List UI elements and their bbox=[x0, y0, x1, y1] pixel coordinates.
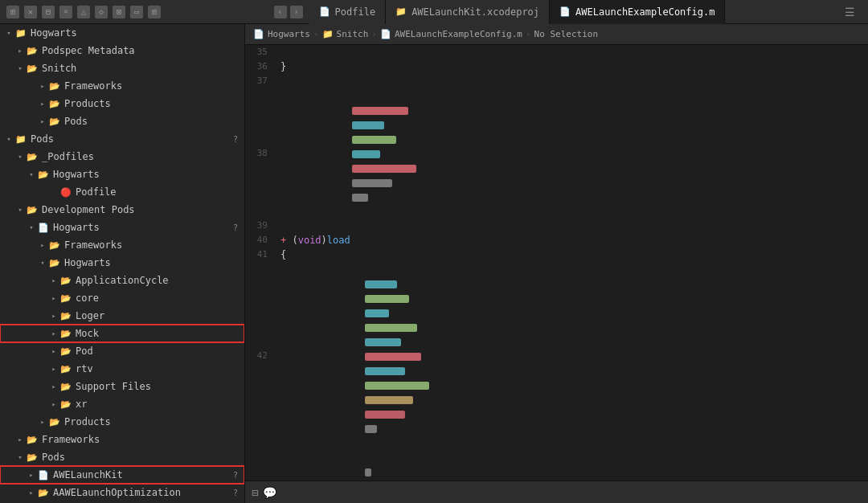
breadcrumb-snitch[interactable]: Snitch bbox=[337, 29, 369, 39]
code-view[interactable]: 35 36 } 37 38 bbox=[245, 45, 868, 481]
breadcrumb-hogwarts[interactable]: Hogwarts bbox=[268, 29, 310, 39]
bottom-bar: ⊟ 💬 bbox=[245, 481, 868, 503]
sidebar-item-core[interactable]: 📂 core bbox=[0, 289, 244, 307]
code-line-39: 39 bbox=[245, 219, 868, 233]
sidebar: 📁 Hogwarts 📂 Podspec Metadata 📂 Snitch 📂… bbox=[0, 24, 245, 503]
sidebar-item-products-2[interactable]: 📂 Products bbox=[0, 413, 244, 431]
grid-icon[interactable]: ⊞ bbox=[148, 6, 161, 18]
sidebar-item-app-cycle[interactable]: 📂 ApplicationCycle bbox=[0, 272, 244, 289]
sidebar-item-snitch[interactable]: 📂 Snitch bbox=[0, 59, 244, 77]
folder-icon-pod: 📂 bbox=[59, 345, 72, 358]
search-icon[interactable]: ⌕ bbox=[59, 6, 72, 18]
breadcrumb-selection: No Selection bbox=[534, 29, 598, 39]
folder-blue-icon: 📁 bbox=[14, 27, 27, 39]
label-products-2: Products bbox=[64, 416, 238, 427]
sidebar-item-hogwarts-root[interactable]: 📁 Hogwarts bbox=[0, 24, 244, 42]
sidebar-item-pods-2[interactable]: 📂 Pods bbox=[0, 448, 244, 466]
label-awelaunchopt: AAWELaunchOptimization bbox=[53, 487, 230, 498]
sidebar-item-pods-root[interactable]: 📁 Pods ? bbox=[0, 130, 244, 148]
split-icon[interactable]: ⊟ bbox=[252, 486, 258, 499]
label-xr: xr bbox=[76, 399, 238, 410]
sidebar-item-hogwarts-2[interactable]: 📂 Hogwarts bbox=[0, 166, 244, 183]
breadcrumb-config[interactable]: AWELaunchExampleConfig.m bbox=[395, 29, 522, 39]
badge-pods-root: ? bbox=[233, 135, 238, 144]
sidebar-item-frameworks-2[interactable]: 📂 Frameworks bbox=[0, 236, 244, 254]
arrow-pods-root bbox=[3, 133, 14, 145]
sidebar-item-podfiles[interactable]: 📂 _Podfiles bbox=[0, 148, 244, 166]
label-pod: Pod bbox=[76, 346, 238, 357]
folder-icon-fw1: 📂 bbox=[48, 80, 61, 92]
label-core: core bbox=[76, 292, 238, 304]
sidebar-item-awelaunchkit[interactable]: 📄 AWELaunchKit ? bbox=[0, 466, 244, 484]
lock-icon[interactable]: ⊠ bbox=[113, 6, 125, 18]
code-line-37: 37 bbox=[245, 74, 868, 88]
sidebar-item-pods-1[interactable]: 📂 Pods bbox=[0, 112, 244, 130]
settings-icon[interactable]: ⊟ bbox=[42, 6, 55, 18]
label-awelaunchkit: AWELaunchKit bbox=[53, 469, 230, 481]
code-line-35: 35 bbox=[245, 45, 868, 59]
menu-icon[interactable]: ☰ bbox=[845, 6, 855, 18]
tab-podfile[interactable]: 📄 Podfile bbox=[309, 0, 387, 24]
sidebar-item-products-1[interactable]: 📂 Products bbox=[0, 95, 244, 112]
tab-xcodeproj-label: AWELaunchKit.xcodeproj bbox=[411, 6, 539, 18]
nav-icon[interactable]: ◇ bbox=[95, 6, 108, 18]
label-app-cycle: ApplicationCycle bbox=[76, 275, 238, 286]
arrow-hogwarts4 bbox=[37, 257, 48, 268]
breadcrumb-bar: 📄 Hogwarts › 📁 Snitch › 📄 AWELaunchExamp… bbox=[245, 24, 868, 45]
label-snitch: Snitch bbox=[42, 63, 238, 74]
label-podspec: Podspec Metadata bbox=[42, 45, 238, 56]
label-dev-pods: Development Pods bbox=[42, 204, 238, 215]
tabs-bar: 📄 Podfile 📁 AWELaunchKit.xcodeproj 📄 AWE… bbox=[309, 0, 726, 24]
sidebar-item-mock[interactable]: 📂 Mock bbox=[0, 325, 244, 342]
badge-hogwarts3: ? bbox=[233, 223, 238, 232]
sidebar-item-rtv[interactable]: 📂 rtv bbox=[0, 360, 244, 378]
comment-bottom-icon[interactable]: 💬 bbox=[263, 486, 276, 499]
folder-icon[interactable]: ⊞ bbox=[6, 6, 19, 18]
tab-config[interactable]: 📄 AWELaunchExampleConfig.m bbox=[550, 0, 725, 24]
toolbar-right: ☰ bbox=[838, 6, 862, 18]
sidebar-item-frameworks-1[interactable]: 📂 Frameworks bbox=[0, 77, 244, 95]
main-area: 📁 Hogwarts 📂 Podspec Metadata 📂 Snitch 📂… bbox=[0, 24, 868, 503]
sidebar-item-podfile-file[interactable]: 🔴 Podfile bbox=[0, 183, 244, 201]
label-pods-2: Pods bbox=[42, 452, 238, 463]
sidebar-item-hogwarts-3[interactable]: 📄 Hogwarts ? bbox=[0, 219, 244, 236]
label-podfiles: _Podfiles bbox=[42, 151, 238, 162]
file-blue-icon-h3: 📄 bbox=[37, 221, 50, 234]
arrow-mock bbox=[48, 328, 59, 339]
label-frameworks-3: Frameworks bbox=[42, 434, 238, 445]
label-mock: Mock bbox=[76, 328, 238, 339]
arrow-snitch bbox=[14, 63, 26, 74]
sidebar-item-awelaunchopt[interactable]: 📂 AAWELaunchOptimization ? bbox=[0, 484, 244, 501]
folder-icon-aweopt: 📂 bbox=[37, 486, 50, 499]
arrow-core bbox=[48, 292, 59, 304]
tab-xcodeproj[interactable]: 📁 AWELaunchKit.xcodeproj bbox=[386, 0, 550, 24]
sidebar-item-dev-pods[interactable]: 📂 Development Pods bbox=[0, 201, 244, 219]
close-icon[interactable]: ✕ bbox=[24, 6, 37, 18]
folder-icon-products2: 📂 bbox=[48, 415, 61, 428]
arrow-products1 bbox=[37, 98, 48, 109]
sidebar-item-pod[interactable]: 📂 Pod bbox=[0, 342, 244, 360]
arrow-hogwarts2 bbox=[26, 169, 37, 180]
arrow-products2 bbox=[37, 416, 48, 427]
sidebar-item-podspec[interactable]: 📂 Podspec Metadata bbox=[0, 42, 244, 59]
folder-icon-xr: 📂 bbox=[59, 398, 72, 411]
breadcrumb-icon: 📄 bbox=[253, 29, 264, 39]
config-tab-icon: 📄 bbox=[559, 6, 571, 17]
editor-area: 📄 Hogwarts › 📁 Snitch › 📄 AWELaunchExamp… bbox=[245, 24, 868, 503]
forward-icon[interactable]: › bbox=[290, 6, 303, 18]
sidebar-item-xr[interactable]: 📂 xr bbox=[0, 395, 244, 413]
arrow-awelaunchopt bbox=[26, 487, 37, 498]
back-icon[interactable]: ‹ bbox=[274, 6, 287, 18]
label-products-1: Products bbox=[64, 98, 238, 109]
folder-icon-core: 📂 bbox=[59, 292, 72, 305]
comment-icon[interactable]: ▭ bbox=[130, 6, 143, 18]
sidebar-item-frameworks-3[interactable]: 📂 Frameworks bbox=[0, 431, 244, 448]
arrow-podfile-file bbox=[48, 186, 59, 198]
sidebar-item-hogwarts-4[interactable]: 📂 Hogwarts bbox=[0, 254, 244, 272]
warn-icon[interactable]: △ bbox=[77, 6, 90, 18]
sidebar-item-loger[interactable]: 📂 Loger bbox=[0, 307, 244, 325]
sidebar-item-support-files[interactable]: 📂 Support Files bbox=[0, 378, 244, 395]
top-toolbar: ⊞ ✕ ⊟ ⌕ △ ◇ ⊠ ▭ ⊞ ‹ › 📄 Podfile 📁 AWELau… bbox=[0, 0, 868, 24]
arrow-podfiles bbox=[14, 151, 26, 162]
arrow-hogwarts3 bbox=[26, 222, 37, 233]
